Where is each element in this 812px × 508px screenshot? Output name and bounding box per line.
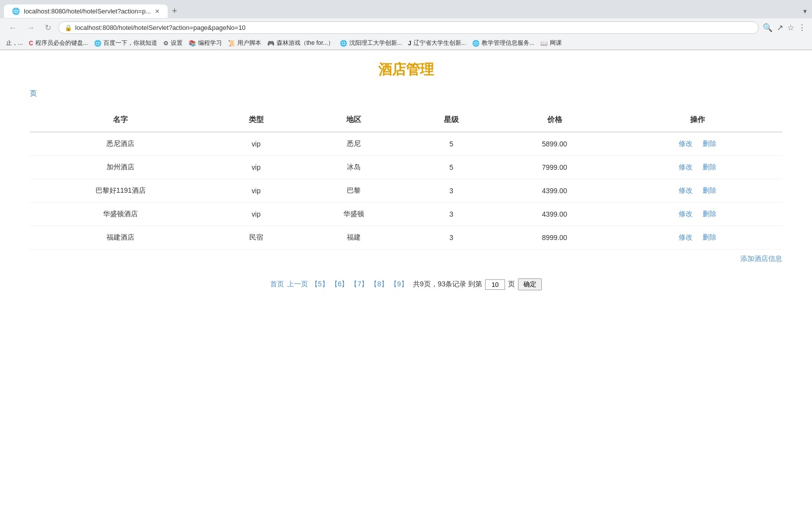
delete-link-0[interactable]: 删除 bbox=[703, 139, 716, 147]
url-box[interactable]: 🔒 localhost:8080/hotel/hotelServlet?acti… bbox=[58, 21, 759, 34]
edit-link-2[interactable]: 修改 bbox=[679, 186, 693, 194]
new-tab-button[interactable]: + bbox=[168, 4, 181, 18]
table-body: 悉尼酒店 vip 悉尼 5 5899.00 修改 删除 加州酒店 vip 冰岛 … bbox=[30, 132, 782, 250]
page-link-0[interactable]: 【5】 bbox=[311, 280, 329, 288]
col-area: 地区 bbox=[301, 108, 406, 132]
delete-link-2[interactable]: 删除 bbox=[703, 186, 716, 194]
first-page-link[interactable]: 首页 bbox=[270, 280, 284, 289]
cell-action: 修改 删除 bbox=[612, 132, 782, 156]
cell-name: 悉尼酒店 bbox=[30, 132, 211, 156]
chromium-icon: C bbox=[29, 40, 33, 47]
page-links: 【5】【6】【7】【8】【9】 bbox=[311, 280, 410, 289]
cell-price: 8999.00 bbox=[497, 226, 613, 250]
cell-type: vip bbox=[211, 132, 301, 156]
refresh-button[interactable]: ↻ bbox=[42, 22, 54, 33]
page-link-4[interactable]: 【9】 bbox=[390, 280, 408, 288]
bookmark-settings[interactable]: ⚙ 设置 bbox=[163, 39, 183, 47]
back-button[interactable]: ← bbox=[6, 22, 20, 33]
page-unit: 页 bbox=[508, 280, 515, 289]
delete-link-1[interactable]: 删除 bbox=[703, 163, 716, 171]
bookmark-icon[interactable]: ☆ bbox=[787, 23, 794, 32]
browser-tab[interactable]: 🌐 localhost:8080/hotel/hotelServlet?acti… bbox=[4, 4, 168, 18]
cell-action: 修改 删除 bbox=[612, 179, 782, 203]
cell-stars: 3 bbox=[406, 203, 497, 226]
prev-page-link[interactable]: 上一页 bbox=[287, 280, 308, 289]
header-row: 名字 类型 地区 星级 价格 操作 bbox=[30, 108, 782, 132]
col-stars: 星级 bbox=[406, 108, 497, 132]
cell-type: vip bbox=[211, 156, 301, 179]
confirm-button[interactable]: 确定 bbox=[518, 278, 542, 290]
bookmark-shenyang[interactable]: 🌐 沈阳理工大学创新... bbox=[340, 39, 402, 47]
back-link[interactable]: 页 bbox=[30, 89, 37, 97]
add-hotel-link[interactable]: 添加酒店信息 bbox=[30, 254, 782, 263]
bookmark-chromium[interactable]: C 程序员必会的键盘... bbox=[29, 39, 88, 47]
edit-link-1[interactable]: 修改 bbox=[679, 163, 693, 171]
bookmark-online-course[interactable]: 📖 网课 bbox=[540, 39, 562, 47]
table-row: 加州酒店 vip 冰岛 5 7999.00 修改 删除 bbox=[30, 156, 782, 179]
page-header: 酒店管理 bbox=[30, 60, 782, 79]
bookmark-liaoning[interactable]: J 辽宁省大学生创新... bbox=[408, 39, 466, 47]
script-icon: 📜 bbox=[228, 40, 235, 47]
table-wrapper: 名字 类型 地区 星级 价格 操作 悉尼酒店 vip 悉尼 5 5899.00 … bbox=[30, 108, 782, 263]
cell-area: 冰岛 bbox=[301, 156, 406, 179]
table-header: 名字 类型 地区 星级 价格 操作 bbox=[30, 108, 782, 132]
page-link-3[interactable]: 【8】 bbox=[370, 280, 388, 288]
bookmark-baidu[interactable]: 🌐 百度一下，你就知道 bbox=[94, 39, 157, 47]
cell-action: 修改 删除 bbox=[612, 203, 782, 226]
liaoning-icon: J bbox=[408, 40, 411, 47]
cell-price: 7999.00 bbox=[497, 156, 613, 179]
delete-link-4[interactable]: 删除 bbox=[703, 233, 716, 241]
tab-bar: 🌐 localhost:8080/hotel/hotelServlet?acti… bbox=[0, 0, 812, 18]
bookmark-forest-game[interactable]: 🎮 森林游戏（the for...） bbox=[267, 39, 334, 47]
cell-type: 民宿 bbox=[211, 226, 301, 250]
cell-price: 5899.00 bbox=[497, 132, 613, 156]
table-row: 华盛顿酒店 vip 华盛顿 3 4399.00 修改 删除 bbox=[30, 203, 782, 226]
bookmark-teaching[interactable]: 🌐 教学管理信息服务... bbox=[472, 39, 534, 47]
edit-link-4[interactable]: 修改 bbox=[679, 233, 693, 241]
tab-dropdown-button[interactable]: ▼ bbox=[802, 8, 808, 15]
url-text: localhost:8080/hotel/hotelServlet?action… bbox=[75, 24, 752, 31]
forward-button[interactable]: → bbox=[24, 22, 38, 33]
cell-stars: 5 bbox=[406, 156, 497, 179]
bookmarks-bar: 止，... C 程序员必会的键盘... 🌐 百度一下，你就知道 ⚙ 设置 📚 编… bbox=[0, 37, 812, 50]
share-icon[interactable]: ↗ bbox=[777, 23, 783, 32]
pagination-area: 首页 上一页 【5】【6】【7】【8】【9】 共9页，93条记录 到第 页 确定 bbox=[30, 278, 782, 290]
book-icon: 📚 bbox=[189, 40, 196, 47]
cell-area: 巴黎 bbox=[301, 179, 406, 203]
cell-price: 4399.00 bbox=[497, 203, 613, 226]
hotel-table: 名字 类型 地区 星级 价格 操作 悉尼酒店 vip 悉尼 5 5899.00 … bbox=[30, 108, 782, 250]
cell-name: 加州酒店 bbox=[30, 156, 211, 179]
table-row: 福建酒店 民宿 福建 3 8999.00 修改 删除 bbox=[30, 226, 782, 250]
page-link-1[interactable]: 【6】 bbox=[331, 280, 349, 288]
bookmark-stop[interactable]: 止，... bbox=[6, 39, 23, 47]
teaching-icon: 🌐 bbox=[472, 40, 480, 47]
cell-area: 华盛顿 bbox=[301, 203, 406, 226]
browser-chrome: 🌐 localhost:8080/hotel/hotelServlet?acti… bbox=[0, 0, 812, 50]
delete-link-3[interactable]: 删除 bbox=[703, 210, 716, 218]
settings-icon[interactable]: ⋮ bbox=[798, 23, 806, 32]
cell-name: 华盛顿酒店 bbox=[30, 203, 211, 226]
baidu-icon: 🌐 bbox=[94, 40, 102, 47]
bookmark-coding[interactable]: 📚 编程学习 bbox=[189, 39, 222, 47]
cell-type: vip bbox=[211, 203, 301, 226]
edit-link-0[interactable]: 修改 bbox=[679, 139, 693, 147]
cell-stars: 3 bbox=[406, 179, 497, 203]
search-icon[interactable]: 🔍 bbox=[763, 23, 773, 32]
browser-actions: 🔍 ↗ ☆ ⋮ bbox=[763, 23, 806, 32]
page-content: 酒店管理 页 名字 类型 地区 星级 价格 操作 悉尼酒店 vip 悉尼 5 bbox=[0, 50, 812, 300]
university-icon: 🌐 bbox=[340, 40, 347, 47]
page-link-2[interactable]: 【7】 bbox=[350, 280, 368, 288]
table-row: 悉尼酒店 vip 悉尼 5 5899.00 修改 删除 bbox=[30, 132, 782, 156]
edit-link-3[interactable]: 修改 bbox=[679, 210, 693, 218]
cell-price: 4399.00 bbox=[497, 179, 613, 203]
col-price: 价格 bbox=[497, 108, 613, 132]
cell-name: 福建酒店 bbox=[30, 226, 211, 250]
table-row: 巴黎好1191酒店 vip 巴黎 3 4399.00 修改 删除 bbox=[30, 179, 782, 203]
game-icon: 🎮 bbox=[267, 40, 275, 47]
cell-action: 修改 删除 bbox=[612, 156, 782, 179]
bookmark-userscript[interactable]: 📜 用户脚本 bbox=[228, 39, 261, 47]
page-input[interactable] bbox=[485, 279, 505, 290]
gear-icon: ⚙ bbox=[163, 40, 169, 47]
tab-close-button[interactable]: ✕ bbox=[155, 8, 160, 15]
cell-action: 修改 删除 bbox=[612, 226, 782, 250]
